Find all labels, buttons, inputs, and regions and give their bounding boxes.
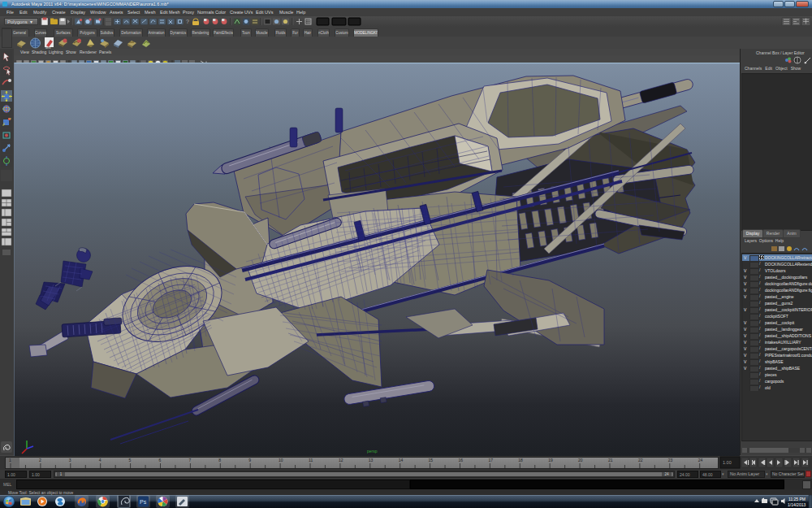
svg-text:Ps: Ps <box>140 499 147 505</box>
svg-text:11: 11 <box>309 458 313 462</box>
svg-text:19: 19 <box>548 458 553 462</box>
svg-text:6: 6 <box>159 458 162 462</box>
svg-text:21: 21 <box>608 458 613 462</box>
svg-text:1/14/2013: 1/14/2013 <box>788 502 806 507</box>
svg-text:13: 13 <box>369 458 374 462</box>
svg-text:8: 8 <box>218 458 221 462</box>
svg-text:2: 2 <box>39 458 41 462</box>
svg-text:?: ? <box>186 19 189 24</box>
svg-text:1.00: 1.00 <box>723 460 732 465</box>
svg-text:15: 15 <box>429 458 434 462</box>
svg-text:23: 23 <box>668 458 673 462</box>
svg-text:7: 7 <box>188 458 191 462</box>
svg-text:persp: persp <box>367 449 378 454</box>
svg-text:18: 18 <box>518 458 523 462</box>
svg-text:10: 10 <box>279 458 283 462</box>
svg-text:5: 5 <box>129 458 132 462</box>
svg-text:3: 3 <box>69 458 71 462</box>
svg-text:4: 4 <box>99 458 102 462</box>
svg-text:16: 16 <box>459 458 464 462</box>
svg-text:12: 12 <box>339 458 343 462</box>
svg-text:9: 9 <box>248 458 251 462</box>
svg-text:24: 24 <box>698 458 703 462</box>
svg-text:1: 1 <box>9 458 11 462</box>
svg-text:11:25 PM: 11:25 PM <box>788 497 806 501</box>
svg-text:20: 20 <box>578 458 583 462</box>
svg-text:22: 22 <box>638 458 643 462</box>
svg-text:14: 14 <box>399 458 404 462</box>
svg-text:17: 17 <box>488 458 493 462</box>
